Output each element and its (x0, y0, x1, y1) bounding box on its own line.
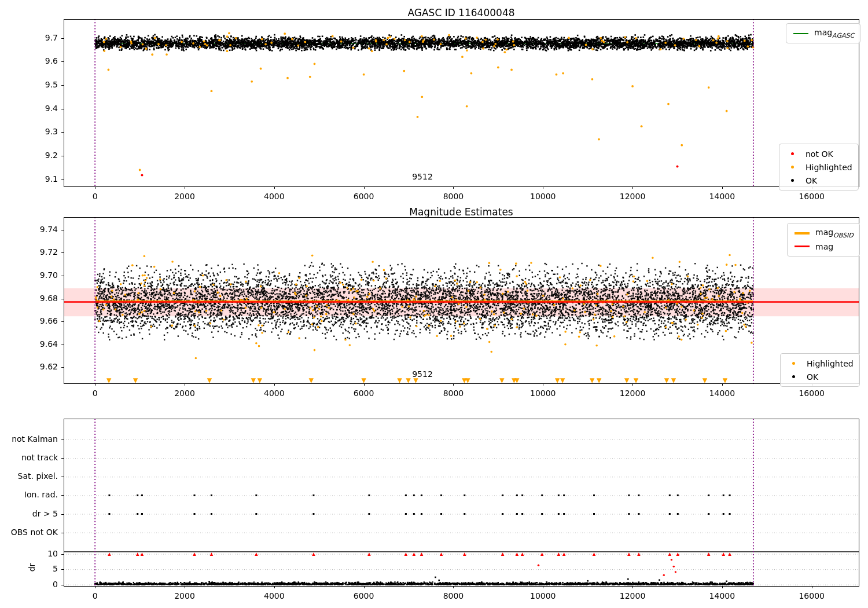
plot1-title: AGASC ID 116400048 (64, 7, 859, 19)
legend-label-highlighted-2: Highlighted (807, 359, 854, 368)
legend-mag-lines: magOBSID mag (787, 223, 860, 257)
dr-axis-label: dr (27, 563, 36, 572)
legend-row-highlighted: Highlighted (784, 160, 852, 174)
legend-plot2-points: Highlighted OK (780, 353, 860, 387)
black-dot-swatch-icon (792, 375, 795, 378)
legend-row-mag: mag (792, 240, 854, 253)
legend-row-ok: OK (784, 174, 852, 187)
legend-row-ok-2: OK (785, 370, 854, 383)
legend-label-mag-agasc: magAGASC (814, 28, 854, 39)
legend-label-mag: mag (815, 242, 833, 251)
legend-row-highlighted-2: Highlighted (785, 357, 854, 370)
legend-label-highlighted: Highlighted (806, 163, 852, 172)
plot2-title: Magnitude Estimates (64, 206, 859, 218)
legend-label-mag-obsid: magOBSID (815, 228, 854, 239)
legend-label-ok-2: OK (807, 372, 818, 382)
plot2-obsid-annotation: 9512 (405, 369, 440, 379)
legend-row-mag-obsid: magOBSID (792, 226, 854, 240)
red-line-swatch-icon (795, 246, 810, 247)
legend-row-mag-agasc: magAGASC (791, 27, 854, 40)
legend-label-ok: OK (806, 176, 817, 185)
plot1-obsid-annotation: 9512 (405, 172, 440, 181)
black-dot-swatch-icon (791, 179, 794, 182)
agasc-magnitude-figure: AGASC ID 116400048 Magnitude Estimates 9… (0, 0, 868, 608)
legend-label-not-ok: not OK (806, 149, 833, 159)
green-line-swatch-icon (793, 33, 808, 34)
legend-mag-agasc: magAGASC (786, 23, 860, 43)
orange-dot-swatch-icon (792, 362, 795, 365)
orange-dot-swatch-icon (791, 166, 794, 169)
legend-row-not-ok: not OK (784, 147, 852, 160)
legend-plot1-points: not OK Highlighted OK (779, 144, 859, 191)
plots-canvas (0, 0, 868, 608)
orange-line-swatch-icon (795, 232, 810, 235)
red-dot-swatch-icon (791, 152, 794, 155)
